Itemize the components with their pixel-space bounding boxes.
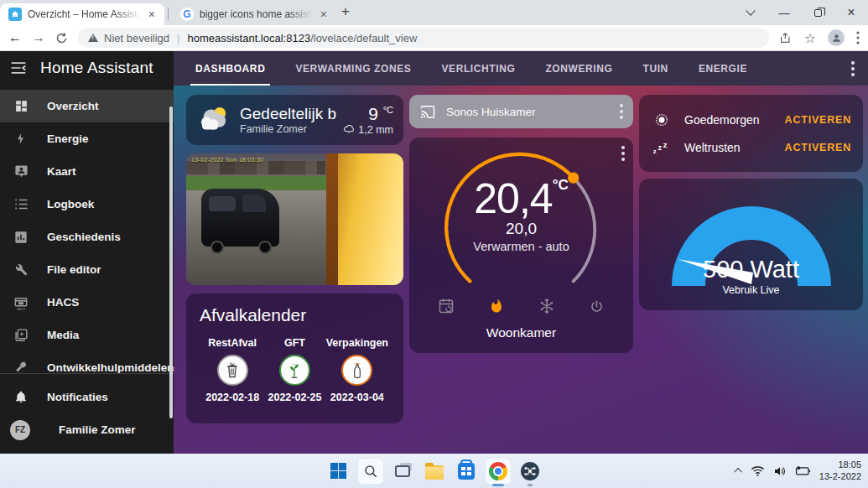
- scene-activate-button[interactable]: ACTIVEREN: [785, 142, 851, 153]
- sidebar-item-label: Logboek: [47, 198, 94, 210]
- close-window-button[interactable]: ×: [834, 0, 868, 25]
- camera-door-frame: [326, 153, 338, 285]
- browser-profile-avatar[interactable]: [828, 29, 845, 46]
- weather-temp-unit: °C: [383, 105, 393, 115]
- back-button[interactable]: ←: [8, 30, 22, 45]
- minimize-button[interactable]: —: [767, 0, 801, 25]
- power-off-icon[interactable]: [586, 295, 608, 317]
- tab-home-assistant[interactable]: Overzicht – Home Assistant ×: [0, 3, 164, 25]
- sidebar-item-kaart[interactable]: Kaart: [0, 155, 174, 188]
- sidebar-item-file-editor[interactable]: File editor: [0, 253, 174, 286]
- bookmark-star-icon[interactable]: ☆: [804, 30, 816, 46]
- weather-location: Familie Zomer: [240, 123, 336, 135]
- sidebar-item-label: Familie Zomer: [59, 423, 136, 436]
- view-tab-tuin[interactable]: TUIN: [642, 51, 668, 86]
- sidebar-item-media[interactable]: Media: [0, 319, 174, 351]
- waste-entry-gft[interactable]: GFT GFT 2022-02-25: [263, 337, 325, 403]
- schedule-mode-icon[interactable]: [435, 295, 457, 317]
- view-tab-energie[interactable]: ENERGIE: [699, 51, 747, 86]
- tray-clock[interactable]: 18:05 13-2-2022: [819, 459, 861, 483]
- media-player-kebab-icon[interactable]: [620, 104, 623, 119]
- tab-google-search[interactable]: G bigger icons home assistant - Go ×: [172, 3, 336, 25]
- sidebar-item-label: Energie: [47, 132, 89, 145]
- ha-sidebar: Home Assistant Overzicht Energie: [0, 51, 174, 454]
- view-tab-verlichting[interactable]: VERLICHTING: [441, 51, 515, 86]
- power-gauge-card[interactable]: 500 Watt Vebruik Live: [639, 179, 863, 310]
- search-button[interactable]: [358, 459, 383, 484]
- volume-icon[interactable]: [773, 465, 787, 477]
- heat-mode-icon[interactable]: [486, 295, 507, 317]
- camera-card[interactable]: 13-02-2022 Sun 18:03:30: [186, 153, 403, 285]
- weather-condition: Gedeeltelijk b…: [240, 105, 336, 123]
- restore-button[interactable]: [801, 0, 834, 25]
- thermostat-card[interactable]: 20,4°C 20,0 Verwarmen - auto: [409, 138, 633, 353]
- sidebar-item-label: File editor: [47, 263, 101, 276]
- sidebar-toggle-icon[interactable]: [10, 61, 27, 75]
- camera-van: [201, 189, 279, 247]
- sidebar-item-geschiedenis[interactable]: Geschiedenis: [0, 221, 174, 253]
- svg-text:HACS: HACS: [17, 307, 25, 309]
- svg-text:z: z: [663, 141, 668, 149]
- share-icon[interactable]: [779, 31, 793, 44]
- scene-label: Weltrusten: [684, 141, 773, 154]
- waste-date: 2022-02-25: [263, 392, 325, 403]
- sidebar-item-label: Kaart: [47, 165, 76, 178]
- sidebar-item-logboek[interactable]: Logboek: [0, 188, 174, 221]
- tab-close-icon[interactable]: ×: [318, 8, 330, 21]
- battery-power-icon[interactable]: [795, 465, 811, 476]
- url-field[interactable]: Niet beveiligd | homeassistant.local:812…: [78, 28, 769, 48]
- cast-icon: [419, 105, 436, 119]
- svg-text:z: z: [658, 143, 662, 152]
- user-avatar: FZ: [10, 420, 30, 440]
- view-tab-dashboard[interactable]: DASHBOARD: [195, 51, 265, 86]
- sidebar-scrollbar[interactable]: [169, 106, 173, 418]
- reload-button[interactable]: [55, 32, 68, 44]
- task-view-button[interactable]: [390, 459, 415, 484]
- scene-activate-button[interactable]: ACTIVEREN: [785, 114, 851, 126]
- thermostat-name: Woonkamer: [409, 325, 633, 340]
- view-dashboard-icon: [12, 99, 30, 113]
- sidebar-item-ontwikkelhulpmiddelen[interactable]: Ontwikkelhulpmiddelen: [0, 351, 174, 373]
- sidebar-item-label: Media: [47, 329, 79, 341]
- sidebar-item-label: Ontwikkelhulpmiddelen: [47, 361, 174, 373]
- url-divider: |: [177, 32, 179, 44]
- waste-calendar-title: Afvalkalender: [200, 305, 392, 325]
- view-tab-verwarming-zones[interactable]: VERWARMING ZONES: [295, 51, 411, 86]
- sidebar-item-notificaties[interactable]: Notificaties: [0, 381, 174, 413]
- view-tab-zonwering[interactable]: ZONWERING: [545, 51, 612, 86]
- waste-entry-restafval[interactable]: RestAfval Rest 2022-02-18: [201, 337, 263, 403]
- microsoft-store-button[interactable]: [454, 459, 479, 484]
- sidebar-item-overzicht[interactable]: Overzicht: [0, 90, 174, 122]
- camera-houses: [186, 161, 325, 174]
- svg-text:GFT: GFT: [293, 362, 297, 365]
- start-button[interactable]: [326, 459, 351, 484]
- sidebar-item-user-profile[interactable]: FZ Familie Zomer: [0, 413, 174, 446]
- gauge-value: 500 Watt: [639, 256, 863, 283]
- sidebar-item-energie[interactable]: Energie: [0, 122, 174, 155]
- chrome-button[interactable]: [486, 459, 511, 484]
- ha-menu-kebab-icon[interactable]: [843, 61, 863, 76]
- file-explorer-button[interactable]: [422, 459, 447, 484]
- forward-button[interactable]: →: [32, 30, 45, 45]
- not-secure-warning-icon[interactable]: [88, 34, 98, 42]
- list-bulleted-icon: [12, 198, 30, 210]
- new-tab-button[interactable]: +: [341, 3, 350, 20]
- thermostat-unit: °C: [553, 177, 569, 193]
- cool-mode-icon[interactable]: [536, 295, 558, 317]
- sidebar-nav: Overzicht Energie Kaart: [0, 85, 174, 373]
- browser-menu-kebab-icon[interactable]: [856, 31, 860, 44]
- url-path: /lovelace/default_view: [310, 32, 417, 44]
- media-player-card[interactable]: Sonos Huiskamer: [409, 95, 633, 128]
- tab-close-icon[interactable]: ×: [146, 8, 158, 21]
- app-title: Home Assistant: [40, 59, 153, 77]
- weather-card[interactable]: Gedeeltelijk b… Familie Zomer 9 °C 1,2 m…: [186, 95, 403, 145]
- sidebar-item-hacs[interactable]: HACS HACS: [0, 286, 174, 319]
- tray-overflow-chevron-icon[interactable]: [734, 468, 742, 476]
- tray-date: 13-2-2022: [819, 471, 861, 483]
- tab-search-chevron-icon[interactable]: [734, 0, 767, 25]
- waste-entry-verpakingen[interactable]: Verpakingen Plastic 2022-03-04: [326, 337, 388, 403]
- network-app-button[interactable]: [517, 459, 543, 484]
- wifi-icon[interactable]: [751, 465, 765, 476]
- partly-cloudy-icon: [195, 103, 233, 137]
- tab-title: Overzicht – Home Assistant: [28, 8, 140, 20]
